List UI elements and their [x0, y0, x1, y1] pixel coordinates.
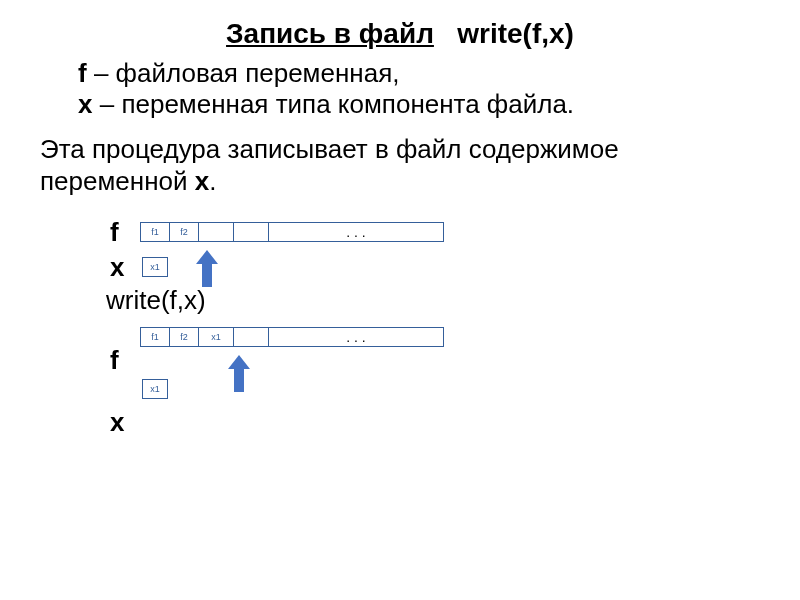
row-f-before: f f1 f2 . . . [110, 217, 760, 248]
label-x: x [110, 252, 140, 283]
desc-var: x [195, 166, 209, 196]
f-cells-after: f1 f2 x1 . . . [140, 327, 444, 347]
def-f-line: f – файловая переменная, [78, 58, 760, 89]
label-x: x [110, 407, 140, 438]
def-x-var: x [78, 89, 92, 119]
title-bold: write(f,x) [457, 18, 574, 49]
desc-part1: Эта процедура записывает в файл содержим… [40, 134, 619, 195]
cell-empty [234, 223, 269, 241]
row-x-label-after: x [110, 407, 760, 438]
x-cell-after: x1 [142, 379, 168, 399]
cell-empty [199, 223, 234, 241]
desc-part2: . [209, 166, 216, 196]
cell-f2: f2 [170, 223, 199, 241]
call-label: write(f,x) [106, 285, 760, 316]
diagram-before: f f1 f2 . . . x x1 write(f,x) f f1 [110, 217, 760, 438]
cell-x1-written: x1 [199, 328, 234, 346]
slide: Запись в файл write(f,x) f – файловая пе… [0, 0, 800, 460]
label-f: f [110, 345, 140, 376]
cell-dots: . . . [269, 223, 443, 241]
row-f-label-after: f [110, 345, 760, 376]
row-x-after-cell: x x1 [110, 374, 760, 405]
cell-f1: f1 [141, 223, 170, 241]
f-cells-before: f1 f2 . . . [140, 222, 444, 242]
cell-f2: f2 [170, 328, 199, 346]
definitions: f – файловая переменная, x – переменная … [78, 58, 760, 120]
cell-dots: . . . [269, 328, 443, 346]
title: Запись в файл write(f,x) [40, 18, 760, 50]
def-f-var: f [78, 58, 87, 88]
x-cell-before: x1 [142, 257, 168, 277]
description: Эта процедура записывает в файл содержим… [40, 134, 760, 196]
label-f: f [110, 217, 140, 248]
def-x-text: – переменная типа компонента файла. [92, 89, 574, 119]
def-x-line: x – переменная типа компонента файла. [78, 89, 760, 120]
def-f-text: – файловая переменная, [87, 58, 400, 88]
pointer-arrow-icon [196, 250, 218, 288]
cell-f1: f1 [141, 328, 170, 346]
title-underlined: Запись в файл [226, 18, 434, 49]
cell-empty [234, 328, 269, 346]
pointer-arrow-icon [228, 355, 250, 393]
